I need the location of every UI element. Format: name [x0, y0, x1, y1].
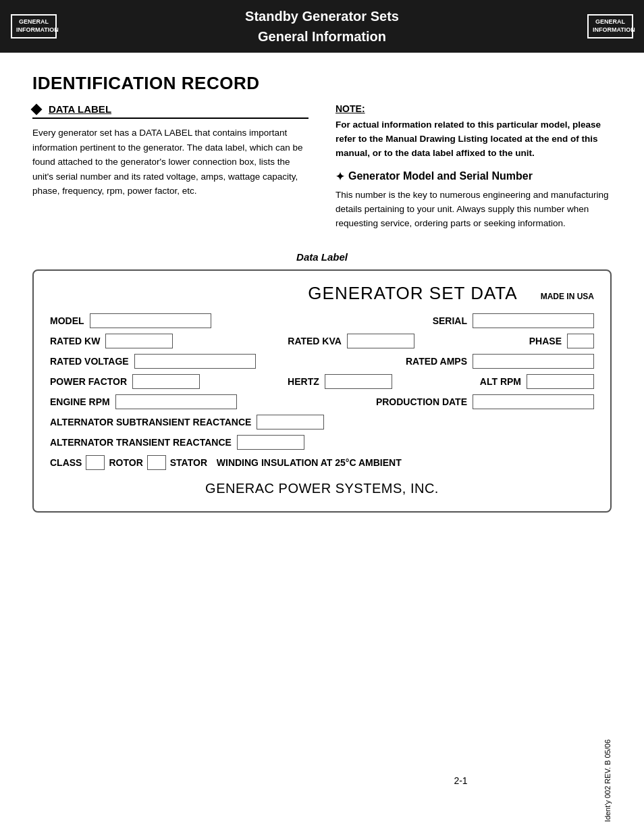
- header-logo-left: GENERAL INFORMATION: [11, 14, 57, 38]
- gen-data-header: GENERATOR SET DATA MADE IN USA: [50, 283, 594, 304]
- page-footer: 2-1 Ident'y 002 REV. B 05/06: [0, 739, 644, 822]
- power-factor-label: POWER FACTOR: [50, 376, 127, 387]
- made-in-usa: MADE IN USA: [541, 292, 594, 301]
- rated-kw-field: [105, 334, 173, 348]
- rated-voltage-field: [134, 354, 256, 369]
- voltage-amps-row: RATED VOLTAGE RATED AMPS: [50, 354, 594, 369]
- kw-kva-phase-row: RATED KW RATED KVA PHASE: [50, 334, 594, 348]
- winding-label: WINDING INSULATION AT 25°C AMBIENT: [211, 457, 402, 468]
- data-label-caption: Data Label: [32, 251, 612, 263]
- page-header: GENERAL INFORMATION Standby Generator Se…: [0, 0, 644, 53]
- serial-label: SERIAL: [433, 315, 467, 326]
- serial-field: [473, 313, 594, 328]
- transient-row: ALTERNATOR TRANSIENT REACTANCE: [50, 435, 594, 450]
- model-serial-row: MODEL SERIAL: [50, 313, 594, 328]
- header-logo-right: GENERAL INFORMATION: [587, 14, 633, 38]
- rated-kva-label: RATED KVA: [288, 336, 342, 346]
- subtransient-label: ALTERNATOR SUBTRANSIENT REACTANCE: [50, 417, 251, 427]
- class-label: CLASS: [50, 457, 82, 468]
- note-title: NOTE:: [336, 103, 612, 114]
- engine-rpm-proddate-row: ENGINE RPM PRODUCTION DATE: [50, 394, 594, 409]
- alt-rpm-field: [527, 374, 594, 389]
- pf-hertz-altrpm-row: POWER FACTOR HERTZ ALT RPM: [50, 374, 594, 389]
- subtransient-row: ALTERNATOR SUBTRANSIENT REACTANCE: [50, 415, 594, 429]
- stator-label: STATOR: [170, 457, 207, 468]
- page-title: IDENTIFICATION RECORD: [32, 73, 612, 94]
- two-column-layout: DATA LABEL Every generator set has a DAT…: [32, 103, 612, 231]
- phase-field: [567, 334, 594, 348]
- rated-kva-field: [347, 334, 414, 348]
- page-number: 2-1: [318, 775, 603, 786]
- production-date-label: PRODUCTION DATE: [376, 396, 467, 407]
- engine-rpm-label: ENGINE RPM: [50, 396, 110, 407]
- rated-voltage-label: RATED VOLTAGE: [50, 356, 129, 367]
- subtransient-field: [257, 415, 324, 429]
- power-factor-field: [132, 374, 200, 389]
- hertz-field: [325, 374, 392, 389]
- phase-label: PHASE: [529, 336, 562, 346]
- data-label-heading: DATA LABEL: [32, 103, 308, 119]
- diamond-icon: [31, 103, 43, 115]
- production-date-field: [473, 394, 594, 409]
- data-label-body: Every generator set has a DATA LABEL tha…: [32, 126, 308, 199]
- rated-amps-label: RATED AMPS: [406, 356, 467, 367]
- rated-kw-label: RATED KW: [50, 336, 100, 346]
- plus-icon: ✦: [336, 170, 344, 183]
- generator-data-box: GENERATOR SET DATA MADE IN USA MODEL SER…: [32, 269, 612, 513]
- class-row: CLASS ROTOR STATOR WINDING INSULATION AT…: [50, 455, 594, 470]
- gen-data-title: GENERATOR SET DATA: [292, 283, 533, 304]
- note-body: For actual information related to this p…: [336, 118, 612, 161]
- footer-revision: Ident'y 002 REV. B 05/06: [603, 739, 612, 822]
- rotor-field: [147, 455, 166, 470]
- transient-field: [237, 435, 304, 450]
- gen-model-body: This number is the key to numerous engin…: [336, 188, 612, 231]
- rated-amps-field: [473, 354, 594, 369]
- left-column: DATA LABEL Every generator set has a DAT…: [32, 103, 308, 231]
- main-content: IDENTIFICATION RECORD DATA LABEL Every g…: [0, 53, 644, 533]
- gen-model-heading: ✦ Generator Model and Serial Number: [336, 170, 612, 183]
- engine-rpm-field: [115, 394, 237, 409]
- model-field: [90, 313, 211, 328]
- company-name: GENERAC POWER SYSTEMS, INC.: [50, 481, 594, 496]
- right-column: NOTE: For actual information related to …: [336, 103, 612, 231]
- rotor-label: ROTOR: [109, 457, 142, 468]
- header-title: Standby Generator Sets General Informati…: [57, 6, 587, 47]
- transient-label: ALTERNATOR TRANSIENT REACTANCE: [50, 437, 232, 448]
- hertz-label: HERTZ: [288, 376, 319, 387]
- class-field: [86, 455, 105, 470]
- alt-rpm-label: ALT RPM: [480, 376, 521, 387]
- model-label: MODEL: [50, 315, 84, 326]
